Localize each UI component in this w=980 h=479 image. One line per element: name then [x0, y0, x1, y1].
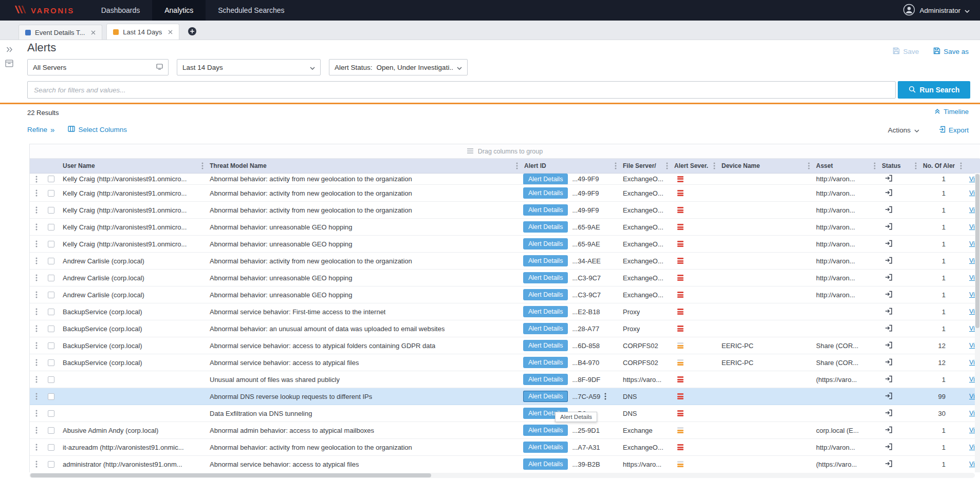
row-checkbox[interactable] — [48, 461, 54, 468]
row-menu-icon[interactable] — [35, 426, 38, 434]
row-checkbox[interactable] — [48, 309, 54, 315]
row-checkbox[interactable] — [48, 427, 54, 434]
tab-close-icon[interactable] — [91, 30, 96, 35]
horizontal-scrollbar-thumb[interactable] — [30, 473, 431, 477]
row-menu-icon[interactable] — [35, 308, 38, 316]
select-columns-button[interactable]: Select Columns — [68, 126, 127, 133]
column-header-asset[interactable]: Asset — [812, 159, 878, 173]
alert-details-button[interactable]: Alert Details — [523, 357, 568, 368]
column-header-no-of-aler[interactable]: No. Of Aler — [919, 159, 964, 173]
column-header-alert-sever[interactable]: Alert Sever. — [670, 159, 717, 173]
column-menu-icon[interactable] — [915, 162, 917, 170]
alert-details-button[interactable]: Alert Details — [523, 174, 568, 184]
actions-menu-button[interactable]: Actions — [888, 126, 919, 134]
alert-details-button[interactable]: Alert Details — [523, 391, 568, 402]
row-menu-icon[interactable] — [35, 324, 38, 333]
row-checkbox[interactable] — [48, 359, 54, 366]
row-menu-icon[interactable] — [35, 206, 38, 214]
row-checkbox[interactable] — [48, 342, 54, 349]
row-checkbox[interactable] — [48, 190, 54, 197]
row-checkbox[interactable] — [48, 207, 54, 214]
sidebar-expand-icon[interactable] — [6, 45, 13, 54]
nav-item-dashboards[interactable]: Dashboards — [89, 0, 153, 21]
vertical-scrollbar-thumb[interactable] — [975, 174, 979, 328]
alert-details-button[interactable]: Alert Details — [523, 272, 568, 283]
row-checkbox[interactable] — [48, 410, 54, 417]
row-menu-icon[interactable] — [35, 223, 38, 231]
alert-details-button[interactable]: Alert Details — [523, 221, 568, 233]
row-menu-icon[interactable] — [35, 341, 38, 350]
new-tab-button[interactable] — [188, 27, 197, 36]
sidebar-saved-searches-icon[interactable] — [5, 60, 13, 69]
column-header-alert-id[interactable]: Alert ID — [520, 159, 619, 173]
export-button[interactable]: Export — [939, 126, 969, 135]
nav-item-scheduled-searches[interactable]: Scheduled Searches — [206, 0, 297, 21]
column-header-user-name[interactable]: User Name — [59, 159, 206, 173]
row-checkbox[interactable] — [48, 444, 54, 451]
tab-last-14-days[interactable]: Last 14 Days — [106, 24, 179, 40]
save-as-button[interactable]: Save as — [933, 47, 969, 56]
row-menu-icon[interactable] — [35, 375, 38, 384]
alert-row-menu-icon[interactable] — [604, 392, 606, 400]
table-row[interactable]: Andrew Carlisle (corp.local)Abnormal beh… — [30, 286, 980, 303]
alert-details-button[interactable]: Alert Details — [523, 289, 568, 300]
row-checkbox[interactable] — [48, 241, 54, 247]
server-filter-select[interactable]: All Servers — [27, 59, 169, 75]
tab-close-icon[interactable] — [168, 30, 173, 34]
row-menu-icon[interactable] — [35, 240, 38, 248]
row-menu-icon[interactable] — [35, 189, 38, 197]
alert-details-button[interactable]: Alert Details — [523, 306, 568, 317]
column-header-status[interactable]: Status — [878, 159, 919, 173]
alert-details-button[interactable]: Alert Details — [523, 323, 568, 334]
table-row[interactable]: Unusual amount of files was shared publi… — [30, 371, 980, 388]
row-menu-icon[interactable] — [35, 257, 38, 265]
column-header-threat-model-name[interactable]: Threat Model Name — [206, 159, 520, 173]
user-menu[interactable]: Administrator — [903, 4, 980, 17]
table-row[interactable]: it-azureadm (http://varonistest91.onmic.… — [30, 439, 980, 456]
run-search-button[interactable]: Run Search — [898, 81, 970, 99]
row-checkbox[interactable] — [48, 393, 54, 400]
timeline-button[interactable]: Timeline — [934, 108, 969, 116]
row-menu-icon[interactable] — [35, 175, 38, 183]
alert-status-select[interactable]: Alert Status: Open, Under Investigati... — [329, 59, 468, 75]
column-menu-icon[interactable] — [615, 162, 617, 170]
tab-event-details-t[interactable]: Event Details T... — [19, 25, 102, 40]
time-range-select[interactable]: Last 14 Days — [177, 59, 321, 75]
table-row[interactable]: Andrew Carlisle (corp.local)Abnormal beh… — [30, 270, 980, 286]
row-menu-icon[interactable] — [35, 392, 38, 400]
column-header-device-name[interactable]: Device Name — [717, 159, 812, 173]
horizontal-scrollbar[interactable] — [29, 473, 975, 478]
table-row[interactable]: BackupService (corp.local)Abnormal servi… — [30, 337, 980, 354]
nav-item-analytics[interactable]: Analytics — [152, 0, 206, 21]
search-input[interactable] — [27, 81, 896, 99]
vertical-scrollbar[interactable] — [975, 173, 980, 472]
row-checkbox[interactable] — [48, 325, 54, 332]
refine-button[interactable]: Refine » — [27, 126, 54, 133]
column-menu-icon[interactable] — [874, 162, 876, 170]
row-menu-icon[interactable] — [35, 443, 38, 451]
table-row[interactable]: Kelly Craig (http://varonistest91.onmicr… — [30, 219, 980, 236]
table-row[interactable]: administrator (http://varonistest91.onm.… — [30, 456, 980, 472]
column-header-file-server[interactable]: File Server/ — [619, 159, 670, 173]
alert-details-button[interactable]: Alert Details — [523, 255, 568, 266]
save-button[interactable]: Save — [893, 47, 919, 56]
row-menu-icon[interactable] — [35, 409, 38, 417]
alert-details-button[interactable]: Alert Details — [523, 238, 568, 250]
row-menu-icon[interactable] — [35, 358, 38, 367]
column-menu-icon[interactable] — [808, 162, 810, 170]
row-checkbox[interactable] — [48, 176, 54, 182]
table-row[interactable]: Kelly Craig (http://varonistest91.onmicr… — [30, 236, 980, 253]
row-checkbox[interactable] — [48, 376, 54, 383]
table-row[interactable]: BackupService (corp.local)Abnormal servi… — [30, 303, 980, 320]
column-menu-icon[interactable] — [516, 162, 518, 170]
alert-details-button[interactable]: Alert Details — [523, 442, 568, 453]
alert-details-button[interactable]: Alert Details — [523, 187, 568, 199]
row-menu-icon[interactable] — [35, 291, 38, 299]
row-checkbox[interactable] — [48, 292, 54, 298]
row-checkbox[interactable] — [48, 224, 54, 231]
column-menu-icon[interactable] — [201, 162, 204, 170]
column-menu-icon[interactable] — [666, 162, 668, 170]
row-menu-icon[interactable] — [35, 460, 38, 468]
table-row[interactable]: Kelly Craig (http://varonistest91.onmicr… — [30, 185, 980, 202]
row-menu-icon[interactable] — [35, 274, 38, 282]
